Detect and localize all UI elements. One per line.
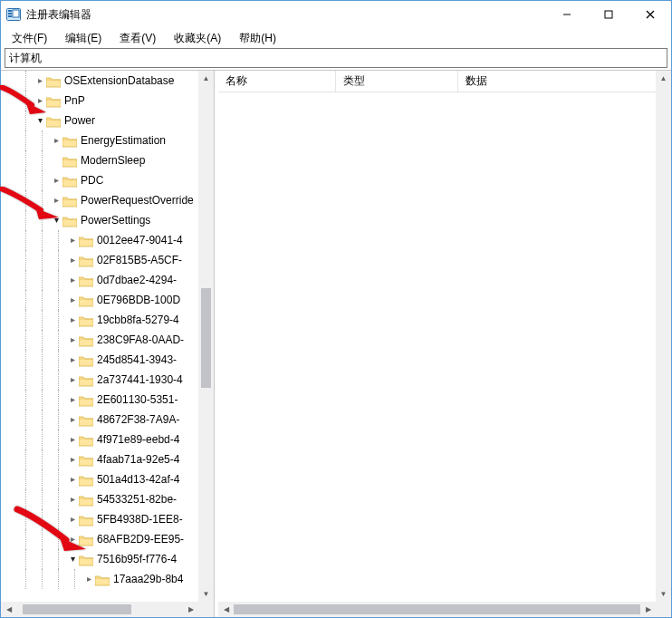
list-horizontal-scrollbar[interactable]: ◀ ▶: [218, 602, 656, 617]
tree-item-label: 68AFB2D9-EE95-: [97, 529, 184, 549]
tree-item-g12[interactable]: 4faab71a-92e5-4: [1, 449, 214, 469]
tree-item-g07[interactable]: 245d8541-3943-: [1, 350, 214, 370]
tree-item-label: ModernSleep: [81, 150, 145, 170]
expand-icon[interactable]: [34, 91, 46, 111]
expand-icon[interactable]: [66, 469, 79, 489]
tree-item-psettings[interactable]: PowerSettings: [1, 210, 214, 230]
expand-icon[interactable]: [66, 290, 79, 310]
expand-icon[interactable]: [66, 449, 79, 469]
expand-icon[interactable]: [66, 310, 79, 330]
menu-view[interactable]: 查看(V): [114, 29, 161, 48]
tree-item-pnp[interactable]: PnP: [1, 91, 214, 111]
menu-favorites[interactable]: 收藏夹(A): [168, 29, 226, 48]
tree-item-g16[interactable]: 68AFB2D9-EE95-: [1, 529, 214, 549]
folder-icon: [79, 473, 93, 486]
tree-item-g03[interactable]: 0d7dbae2-4294-: [1, 270, 214, 290]
tree-vertical-scrollbar[interactable]: ▲ ▼: [198, 71, 214, 602]
expand-icon[interactable]: [50, 170, 62, 190]
tree-item-g15[interactable]: 5FB4938D-1EE8-: [1, 509, 214, 529]
scroll-up-icon[interactable]: ▲: [656, 71, 671, 86]
tree-item-prover[interactable]: PowerRequestOverride: [1, 190, 214, 210]
tree-item-label: 19cbb8fa-5279-4: [97, 310, 179, 330]
folder-icon: [46, 94, 61, 107]
folder-icon: [79, 493, 93, 506]
tree-item-g04[interactable]: 0E796BDB-100D: [1, 290, 214, 310]
expand-icon[interactable]: [66, 529, 79, 549]
expand-icon[interactable]: [66, 410, 79, 430]
scroll-down-icon[interactable]: ▼: [198, 586, 214, 602]
h-scroll-thumb[interactable]: [23, 604, 131, 614]
expand-icon[interactable]: [66, 370, 79, 390]
tree-item-label: 7516b95f-f776-4: [97, 549, 177, 569]
folder-icon: [62, 134, 77, 147]
expand-icon[interactable]: [66, 330, 79, 350]
folder-icon: [79, 353, 93, 366]
tree-item-g17a[interactable]: 17aaa29b-8b4: [1, 569, 214, 589]
column-header-name[interactable]: 名称: [218, 71, 336, 92]
scroll-left-icon[interactable]: ◀: [218, 602, 234, 617]
folder-icon: [79, 393, 93, 406]
h-scroll-thumb[interactable]: [234, 604, 640, 614]
registry-tree: OSExtensionDatabasePnPPowerEnergyEstimat…: [1, 71, 214, 589]
tree-item-g08[interactable]: 2a737441-1930-4: [1, 370, 214, 390]
tree-item-label: 2a737441-1930-4: [97, 370, 183, 390]
tree-item-power[interactable]: Power: [1, 111, 214, 130]
tree-item-g06[interactable]: 238C9FA8-0AAD-: [1, 330, 214, 350]
tree-item-g05[interactable]: 19cbb8fa-5279-4: [1, 310, 214, 330]
tree-item-g14[interactable]: 54533251-82be-: [1, 489, 214, 509]
expand-icon[interactable]: [66, 270, 79, 290]
column-header-data[interactable]: 数据: [458, 71, 656, 92]
tree-item-g17[interactable]: 7516b95f-f776-4: [1, 549, 214, 569]
expand-icon[interactable]: [66, 489, 79, 509]
title-bar[interactable]: 注册表编辑器: [1, 1, 671, 28]
folder-icon: [79, 513, 93, 526]
menu-file[interactable]: 文件(F): [6, 29, 53, 48]
expand-icon[interactable]: [66, 390, 79, 410]
tree-item-pdc[interactable]: PDC: [1, 170, 214, 190]
address-bar[interactable]: 计算机: [5, 48, 667, 68]
tree-item-osext[interactable]: OSExtensionDatabase: [1, 71, 214, 91]
list-vertical-scrollbar[interactable]: ▲ ▼: [656, 71, 671, 602]
tree-item-g10[interactable]: 48672F38-7A9A-: [1, 410, 214, 430]
tree-item-g13[interactable]: 501a4d13-42af-4: [1, 469, 214, 489]
regedit-app-icon: [6, 7, 21, 22]
scroll-right-icon[interactable]: ▶: [183, 602, 198, 617]
scroll-right-icon[interactable]: ▶: [640, 602, 656, 617]
folder-icon: [79, 333, 93, 346]
menu-help[interactable]: 帮助(H): [234, 29, 282, 48]
expand-icon[interactable]: [66, 350, 79, 370]
collapse-icon[interactable]: [34, 111, 46, 130]
expand-icon[interactable]: [34, 71, 46, 91]
expand-icon[interactable]: [50, 190, 62, 210]
collapse-icon[interactable]: [66, 549, 79, 569]
expand-icon[interactable]: [66, 509, 79, 529]
expand-icon[interactable]: [82, 569, 95, 589]
expand-icon[interactable]: [66, 430, 79, 449]
collapse-icon[interactable]: [50, 210, 62, 230]
column-header-type[interactable]: 类型: [336, 71, 458, 92]
close-button[interactable]: [629, 1, 671, 28]
expand-icon[interactable]: [66, 230, 79, 250]
tree-item-label: 17aaa29b-8b4: [113, 569, 183, 589]
tree-item-energy[interactable]: EnergyEstimation: [1, 130, 214, 150]
tree-item-g11[interactable]: 4f971e89-eebd-4: [1, 430, 214, 449]
expand-icon[interactable]: [50, 130, 62, 150]
tree-horizontal-scrollbar[interactable]: ◀ ▶: [1, 602, 198, 617]
tree-item-g02[interactable]: 02F815B5-A5CF-: [1, 250, 214, 270]
tree-item-g09[interactable]: 2E601130-5351-: [1, 390, 214, 410]
scroll-left-icon[interactable]: ◀: [1, 602, 16, 617]
window-controls: [546, 1, 671, 28]
svg-rect-1: [8, 10, 12, 12]
maximize-button[interactable]: [588, 1, 629, 28]
tree-item-g01[interactable]: 0012ee47-9041-4: [1, 230, 214, 250]
menu-edit[interactable]: 编辑(E): [60, 29, 107, 48]
svg-rect-4: [13, 10, 19, 17]
scroll-down-icon[interactable]: ▼: [656, 586, 671, 602]
tree-viewport[interactable]: OSExtensionDatabasePnPPowerEnergyEstimat…: [1, 71, 214, 602]
expand-icon[interactable]: [66, 250, 79, 270]
scroll-up-icon[interactable]: ▲: [198, 71, 214, 86]
minimize-button[interactable]: [546, 1, 588, 28]
tree-item-modern[interactable]: ModernSleep: [1, 150, 214, 170]
tree-item-label: Power: [64, 111, 95, 130]
v-scroll-thumb[interactable]: [201, 288, 211, 388]
